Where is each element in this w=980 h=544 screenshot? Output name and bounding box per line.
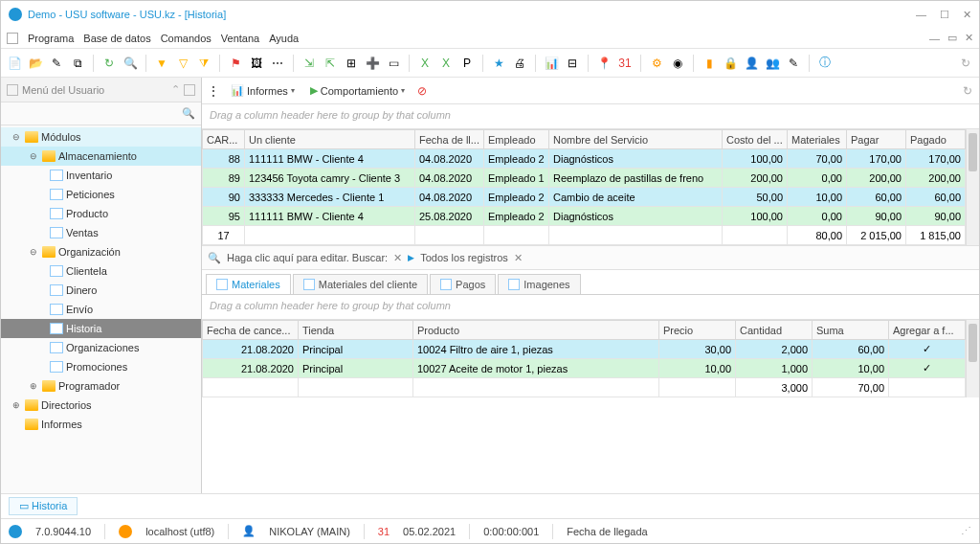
tool-pdf-icon[interactable]: P: [459, 56, 475, 71]
btn-informes[interactable]: 📊Informes▾: [225, 82, 301, 99]
col-servicio[interactable]: Nombre del Servicio: [549, 130, 723, 149]
maximize-button[interactable]: ☐: [940, 9, 949, 21]
tool-new-icon[interactable]: 📄: [7, 56, 22, 71]
btn-stop-icon[interactable]: ⊘: [414, 83, 430, 99]
tool-export-icon[interactable]: ⇲: [301, 56, 317, 71]
scrollbar-detail[interactable]: [966, 320, 979, 397]
tree-modulos[interactable]: ⊖Módulos: [1, 127, 201, 147]
scrollbar-main[interactable]: [966, 129, 979, 245]
tool-copy-icon[interactable]: ⧉: [70, 56, 85, 71]
col-empleado[interactable]: Empleado: [484, 130, 549, 149]
tool-chart-icon[interactable]: 📊: [544, 56, 559, 71]
menu-basedatos[interactable]: Base de datos: [83, 33, 150, 44]
filter-all[interactable]: Todos los registros: [420, 252, 508, 263]
tab-pagos[interactable]: Pagos: [430, 274, 496, 294]
tool-lock-icon[interactable]: 🔒: [723, 56, 738, 71]
tool-print-icon[interactable]: 🖨: [512, 56, 527, 71]
tree-clientela[interactable]: Clientela: [1, 261, 201, 281]
mdi-close-icon[interactable]: ✕: [965, 32, 973, 44]
tool-pin-icon[interactable]: 📍: [596, 56, 612, 71]
minimize-button[interactable]: —: [916, 9, 926, 21]
tool-cal-icon[interactable]: ⊟: [565, 56, 580, 71]
tool-add-icon[interactable]: ➕: [365, 56, 380, 71]
tool-filter3-icon[interactable]: ⧩: [196, 56, 212, 71]
tree-historia[interactable]: Historia: [1, 319, 201, 338]
tool-wand-icon[interactable]: ✎: [786, 56, 801, 71]
menu-ventana[interactable]: Ventana: [221, 33, 259, 44]
tool-flag-icon[interactable]: ⚑: [228, 56, 243, 71]
tree-informes[interactable]: Informes: [1, 415, 201, 434]
col2-suma[interactable]: Suma: [813, 321, 889, 340]
tool-import-icon[interactable]: ⇱: [323, 56, 338, 71]
tree-organizaciones[interactable]: Organizaciones: [1, 338, 201, 357]
tool-users-icon[interactable]: 👥: [765, 56, 780, 71]
tool-edit-icon[interactable]: ✎: [49, 56, 64, 71]
sidebar-search-icon[interactable]: 🔍: [182, 107, 195, 120]
btab-historia[interactable]: ▭ Historia: [9, 497, 78, 515]
filter-bar[interactable]: 🔍 Haga clic aquí para editar. Buscar: ✕ …: [202, 245, 979, 270]
tool-help-icon[interactable]: ↻: [958, 56, 973, 71]
menu-comandos[interactable]: Comandos: [161, 33, 212, 44]
tool-filter2-icon[interactable]: ▽: [175, 56, 190, 71]
close-button[interactable]: ✕: [963, 9, 971, 21]
tool-rss-icon[interactable]: ▮: [702, 56, 717, 71]
tree-inventario[interactable]: Inventario: [1, 166, 201, 185]
group-header-1[interactable]: Drag a column header here to group by th…: [202, 104, 979, 129]
tool-search-icon[interactable]: 🔍: [122, 56, 138, 71]
tool-star-icon[interactable]: ★: [491, 56, 506, 71]
tool-grid-icon[interactable]: ⊞: [344, 56, 359, 71]
col2-cantidad[interactable]: Cantidad: [736, 321, 813, 340]
col-car[interactable]: CAR...: [203, 130, 245, 149]
col-pagar[interactable]: Pagar: [847, 130, 906, 149]
sidebar-pin-icon[interactable]: [184, 84, 195, 96]
tool-filter-icon[interactable]: ▼: [154, 56, 169, 71]
tool-gear-icon[interactable]: ⚙: [649, 56, 664, 71]
tool-more-icon[interactable]: ⋯: [270, 56, 285, 71]
filter-edit[interactable]: Haga clic aquí para editar. Buscar:: [227, 252, 388, 263]
tree-almacenamiento[interactable]: ⊖Almacenamiento: [1, 147, 201, 166]
tree-envio[interactable]: Envío: [1, 300, 201, 319]
tree-programador[interactable]: ⊕Programador: [1, 376, 201, 396]
tool-excel-icon[interactable]: X: [417, 56, 433, 71]
col2-tienda[interactable]: Tienda: [299, 321, 413, 340]
filter-clear-icon[interactable]: ✕: [393, 252, 402, 264]
col2-fecha[interactable]: Fecha de cance...: [203, 321, 299, 340]
filter-all-clear-icon[interactable]: ✕: [514, 252, 523, 264]
tree-peticiones[interactable]: Peticiones: [1, 185, 201, 204]
mdi-restore-icon[interactable]: ▭: [947, 32, 957, 44]
tab-imagenes[interactable]: Imagenes: [498, 274, 580, 294]
tab-mat-cliente[interactable]: Materiales del cliente: [293, 274, 428, 294]
tree-organizacion[interactable]: ⊖Organización: [1, 242, 201, 261]
group-header-2[interactable]: Drag a column header here to group by th…: [202, 295, 979, 320]
tool-excel2-icon[interactable]: X: [438, 56, 454, 71]
tool-user-icon[interactable]: 👤: [744, 56, 759, 71]
tool-image-icon[interactable]: 🖼: [249, 56, 264, 71]
grid-detail[interactable]: Fecha de cance... Tienda Producto Precio…: [202, 320, 966, 397]
tool-open-icon[interactable]: 📂: [28, 56, 43, 71]
col-mat[interactable]: Materiales: [788, 130, 847, 149]
tree-dinero[interactable]: Dinero: [1, 281, 201, 300]
col-costo[interactable]: Costo del ...: [723, 130, 788, 149]
col-fecha[interactable]: Fecha de ll...: [415, 130, 484, 149]
menu-programa[interactable]: Programa: [28, 33, 74, 44]
sidebar-up-icon[interactable]: ⌃: [171, 83, 180, 96]
tree-directorios[interactable]: ⊕Directorios: [1, 396, 201, 415]
col2-agregar[interactable]: Agregar a f...: [889, 321, 966, 340]
tool-refresh-icon[interactable]: ↻: [101, 56, 117, 71]
col2-precio[interactable]: Precio: [659, 321, 736, 340]
tool-form-icon[interactable]: ▭: [386, 56, 401, 71]
tool-info-icon[interactable]: ⓘ: [817, 56, 833, 71]
mdi-minimize-icon[interactable]: —: [929, 33, 940, 44]
tree-producto[interactable]: Producto: [1, 204, 201, 223]
btn-comportamiento[interactable]: ▶Comportamiento▾: [304, 82, 411, 99]
tree-ventas[interactable]: Ventas: [1, 223, 201, 242]
tool-color-icon[interactable]: ◉: [670, 56, 685, 71]
col2-producto[interactable]: Producto: [413, 321, 659, 340]
col-pagado[interactable]: Pagado: [906, 130, 966, 149]
tab-materiales[interactable]: Materiales: [206, 274, 291, 294]
grid-main[interactable]: CAR... Un cliente Fecha de ll... Emplead…: [202, 129, 966, 245]
sub-help-icon[interactable]: ↻: [960, 83, 975, 99]
menu-ayuda[interactable]: Ayuda: [269, 33, 299, 44]
tool-date-icon[interactable]: 31: [617, 56, 633, 71]
col-cliente[interactable]: Un cliente: [245, 130, 415, 149]
